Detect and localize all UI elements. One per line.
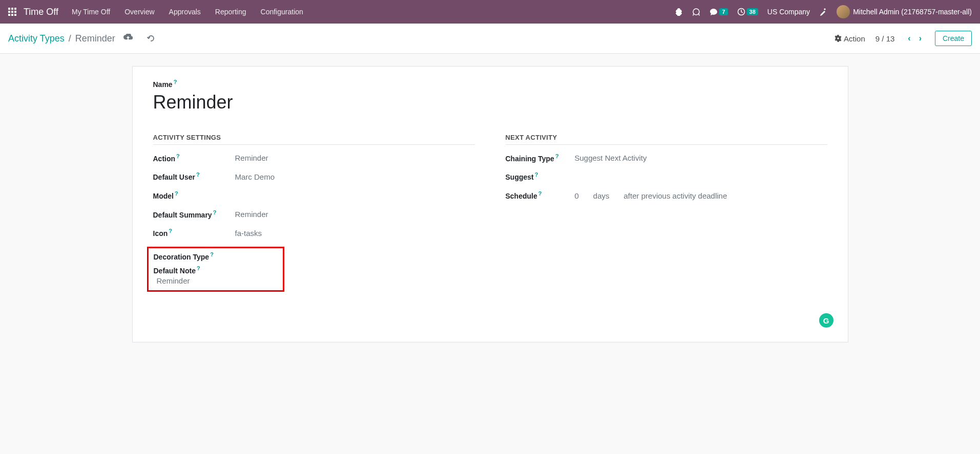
pager-display[interactable]: 9 / 13 (875, 34, 895, 43)
help-icon[interactable]: ? (210, 251, 214, 257)
field-decoration-type: Decoration Type? (154, 251, 278, 261)
cloud-upload-icon[interactable] (123, 34, 133, 43)
nav-configuration[interactable]: Configuration (261, 8, 303, 16)
help-icon[interactable]: ? (555, 153, 559, 159)
field-action-value[interactable]: Reminder (235, 154, 268, 162)
help-icon[interactable]: ? (176, 153, 180, 159)
section-next-activity: NEXT ACTIVITY (506, 134, 827, 145)
breadcrumb-separator: / (69, 33, 71, 44)
form-col-left: ACTIVITY SETTINGS Action? Reminder Defau… (153, 134, 475, 292)
user-name: Mitchell Admin (21768757-master-all) (853, 8, 972, 16)
field-action: Action? Reminder (153, 153, 475, 163)
help-icon[interactable]: ? (175, 190, 178, 197)
tools-icon[interactable] (819, 8, 827, 16)
activities-badge: 38 (747, 8, 758, 15)
company-switcher[interactable]: US Company (767, 8, 810, 16)
control-panel: Activity Types / Reminder Action 9 / 13 … (0, 24, 980, 54)
grammarly-icon[interactable]: G (819, 313, 833, 328)
breadcrumb: Activity Types / Reminder (8, 33, 155, 44)
messages-badge: 7 (719, 8, 727, 15)
main-navbar: Time Off My Time Off Overview Approvals … (0, 0, 980, 24)
field-default-summary: Default Summary? Reminder (153, 209, 475, 219)
nav-right: 7 38 US Company Mitchell Admin (21768757… (675, 5, 972, 18)
field-icon-value[interactable]: fa-tasks (235, 229, 262, 237)
help-icon[interactable]: ? (538, 190, 542, 197)
field-suggest: Suggest? (506, 171, 827, 181)
form-col-right: NEXT ACTIVITY Chaining Type? Suggest Nex… (506, 134, 827, 292)
field-default-user: Default User? Marc Demo (153, 171, 475, 181)
action-dropdown[interactable]: Action (835, 34, 865, 43)
debug-icon[interactable] (675, 8, 683, 16)
help-icon[interactable]: ? (196, 171, 200, 178)
control-panel-right: Action 9 / 13 ‹ › Create (835, 31, 972, 46)
help-icon[interactable]: ? (197, 265, 200, 271)
discard-icon[interactable] (147, 34, 155, 42)
field-schedule: Schedule? 0 days after previous activity… (506, 190, 827, 200)
nav-my-time-off[interactable]: My Time Off (72, 8, 110, 16)
nav-reporting[interactable]: Reporting (215, 8, 246, 16)
app-brand[interactable]: Time Off (24, 7, 58, 17)
form-sheet-bg: Name? Reminder ACTIVITY SETTINGS Action?… (0, 54, 980, 355)
field-chaining-type: Chaining Type? Suggest Next Activity (506, 153, 827, 163)
field-chaining-type-value[interactable]: Suggest Next Activity (575, 154, 647, 162)
highlight-annotation: Decoration Type? Default Note? Reminder (147, 247, 284, 292)
user-avatar (837, 5, 850, 18)
help-icon[interactable]: ? (213, 209, 217, 215)
support-icon[interactable] (692, 8, 700, 16)
field-default-note-value[interactable]: Reminder (157, 276, 278, 285)
field-default-note: Default Note? (154, 265, 278, 275)
help-icon[interactable]: ? (535, 171, 538, 178)
field-default-summary-value[interactable]: Reminder (235, 210, 268, 219)
action-label: Action (844, 34, 865, 43)
user-menu[interactable]: Mitchell Admin (21768757-master-all) (837, 5, 972, 18)
pager-next[interactable]: › (916, 33, 925, 44)
activities-icon[interactable]: 38 (737, 8, 758, 16)
field-default-user-value[interactable]: Marc Demo (235, 172, 275, 181)
svg-point-0 (693, 9, 699, 15)
name-value[interactable]: Reminder (153, 92, 827, 113)
form-columns: ACTIVITY SETTINGS Action? Reminder Defau… (153, 134, 827, 292)
create-button[interactable]: Create (935, 31, 972, 46)
help-icon[interactable]: ? (174, 79, 177, 85)
schedule-value[interactable]: 0 days after previous activity deadline (575, 191, 727, 200)
nav-overview[interactable]: Overview (124, 8, 154, 16)
nav-menu: My Time Off Overview Approvals Reporting… (72, 8, 303, 16)
nav-approvals[interactable]: Approvals (169, 8, 201, 16)
pager-prev[interactable]: ‹ (905, 33, 913, 44)
breadcrumb-parent[interactable]: Activity Types (8, 33, 65, 44)
messages-icon[interactable]: 7 (710, 8, 727, 16)
pager-nav: ‹ › (905, 33, 925, 44)
field-model: Model? (153, 190, 475, 200)
field-icon: Icon? fa-tasks (153, 228, 475, 237)
apps-menu-icon[interactable] (8, 8, 16, 16)
help-icon[interactable]: ? (169, 228, 172, 234)
form-sheet: Name? Reminder ACTIVITY SETTINGS Action?… (132, 66, 848, 342)
section-activity-settings: ACTIVITY SETTINGS (153, 134, 475, 145)
breadcrumb-current: Reminder (75, 33, 115, 44)
name-label: Name? (153, 79, 827, 89)
